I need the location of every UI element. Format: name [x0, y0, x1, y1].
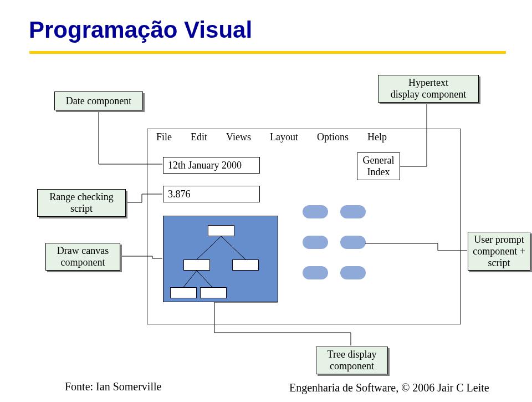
copyright: Engenharia de Software, © 2006 Jair C Le… [289, 381, 489, 394]
source-attribution: Fonte: Ian Somerville [65, 380, 161, 393]
connector-lines [0, 0, 532, 402]
